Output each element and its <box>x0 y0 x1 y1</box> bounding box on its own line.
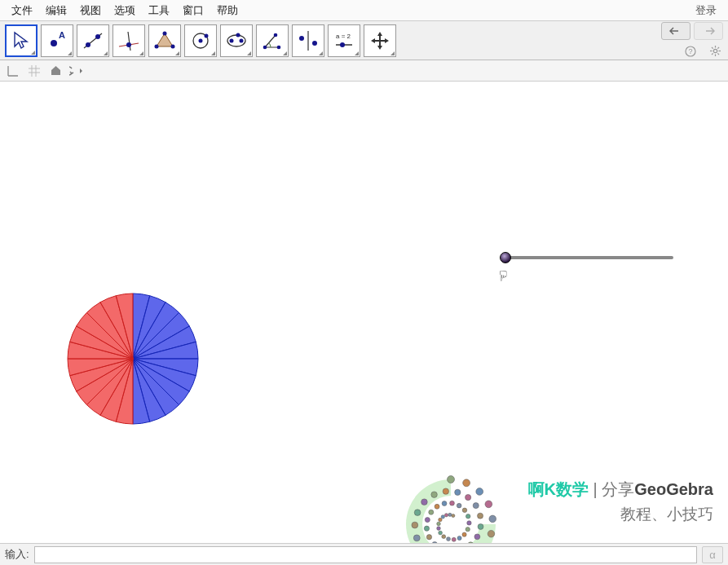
svg-point-30 <box>713 49 717 52</box>
svg-point-9 <box>163 31 167 35</box>
svg-point-89 <box>441 515 444 519</box>
svg-point-55 <box>431 492 438 498</box>
svg-point-90 <box>444 514 448 517</box>
svg-point-24 <box>312 41 317 46</box>
svg-point-1 <box>51 40 57 46</box>
spiral-logo <box>390 463 512 543</box>
svg-point-43 <box>489 515 496 523</box>
tool-line[interactable] <box>77 24 109 57</box>
svg-point-52 <box>412 522 418 528</box>
svg-text:?: ? <box>688 47 692 55</box>
svg-point-20 <box>277 45 281 49</box>
svg-point-18 <box>236 33 240 37</box>
watermark-brand: 啊K数学 <box>528 480 589 498</box>
menu-options[interactable]: 选项 <box>108 1 142 20</box>
tool-move[interactable] <box>5 24 38 57</box>
svg-point-71 <box>429 510 434 514</box>
svg-point-69 <box>424 526 429 531</box>
svg-point-78 <box>467 521 471 525</box>
svg-point-83 <box>447 537 451 541</box>
svg-point-85 <box>439 531 443 535</box>
svg-point-84 <box>442 535 446 539</box>
svg-point-88 <box>439 518 442 521</box>
svg-point-19 <box>263 45 267 49</box>
svg-point-10 <box>171 44 175 48</box>
toggle-grid-icon[interactable] <box>26 63 42 79</box>
tool-reflect[interactable] <box>292 24 324 57</box>
svg-point-72 <box>435 504 439 509</box>
svg-line-35 <box>712 47 713 49</box>
menu-help[interactable]: 帮助 <box>210 1 245 20</box>
tool-pan[interactable] <box>364 24 396 57</box>
input-label: 输入: <box>5 547 29 562</box>
svg-point-54 <box>421 499 428 505</box>
watermark-sub: 教程、小技巧 <box>528 504 713 525</box>
svg-point-3 <box>86 42 90 47</box>
svg-line-36 <box>717 53 719 55</box>
settings-icon[interactable] <box>707 43 723 60</box>
menu-view[interactable]: 视图 <box>73 1 108 20</box>
svg-point-44 <box>488 530 495 537</box>
home-icon[interactable] <box>47 63 64 79</box>
menu-window[interactable]: 窗口 <box>176 1 210 20</box>
command-input[interactable] <box>34 546 697 563</box>
slider-track[interactable] <box>504 256 673 259</box>
help-icon[interactable]: ? <box>682 43 699 60</box>
tool-slider[interactable]: a = 2 <box>328 24 360 57</box>
svg-point-81 <box>457 536 461 540</box>
svg-point-86 <box>437 527 441 531</box>
tool-angle[interactable] <box>256 24 289 57</box>
svg-point-13 <box>199 38 203 42</box>
svg-point-87 <box>437 522 441 526</box>
tool-polygon[interactable] <box>148 24 181 57</box>
svg-point-79 <box>465 527 470 532</box>
svg-point-16 <box>230 38 234 42</box>
svg-point-68 <box>426 535 431 540</box>
svg-point-41 <box>476 488 483 496</box>
svg-text:a = 2: a = 2 <box>336 33 351 40</box>
svg-point-76 <box>462 508 467 513</box>
view-bar <box>0 60 728 82</box>
svg-point-77 <box>465 514 470 519</box>
slider-handle[interactable] <box>500 252 511 263</box>
login-link[interactable]: 登录 <box>689 1 723 20</box>
tool-ellipse[interactable] <box>220 24 253 57</box>
svg-point-82 <box>452 537 456 541</box>
tool-circle[interactable] <box>184 24 217 57</box>
svg-point-73 <box>442 501 447 506</box>
point-capture-icon[interactable] <box>68 63 85 79</box>
svg-point-60 <box>478 513 483 519</box>
svg-point-11 <box>155 44 159 48</box>
input-bar: 输入: α <box>0 543 728 565</box>
input-help-icon[interactable]: α <box>702 546 723 563</box>
svg-point-51 <box>413 535 420 541</box>
svg-point-42 <box>485 501 492 508</box>
svg-point-80 <box>462 532 466 536</box>
hand-cursor-icon: ☜ <box>495 270 512 282</box>
svg-line-6 <box>128 32 130 51</box>
svg-line-37 <box>712 53 713 55</box>
svg-point-92 <box>452 514 455 518</box>
tool-perpendicular[interactable] <box>113 24 145 57</box>
watermark: 啊K数学 | 分享GeoGebra 教程、小技巧 <box>528 479 713 525</box>
undo-button[interactable] <box>661 22 690 40</box>
graphics-view[interactable]: ☜ 啊K数学 | 分享GeoGebra 教程、小技巧 <box>0 82 728 543</box>
menu-file[interactable]: 文件 <box>5 1 39 20</box>
redo-button[interactable] <box>694 22 723 40</box>
toggle-axes-icon[interactable] <box>5 63 21 79</box>
svg-point-17 <box>240 38 244 42</box>
menu-tools[interactable]: 工具 <box>142 1 176 20</box>
menu-edit[interactable]: 编辑 <box>39 1 73 20</box>
svg-point-91 <box>448 513 452 516</box>
svg-point-40 <box>463 479 470 487</box>
svg-point-21 <box>274 33 278 37</box>
svg-point-63 <box>468 542 474 543</box>
pie-chart[interactable] <box>66 292 200 426</box>
svg-point-75 <box>457 503 461 508</box>
svg-point-39 <box>448 476 455 483</box>
toolbar: A a = 2 ? <box>0 21 728 60</box>
svg-point-14 <box>205 33 209 38</box>
svg-text:A: A <box>59 30 65 40</box>
tool-point[interactable]: A <box>41 24 73 57</box>
svg-point-58 <box>465 494 471 500</box>
